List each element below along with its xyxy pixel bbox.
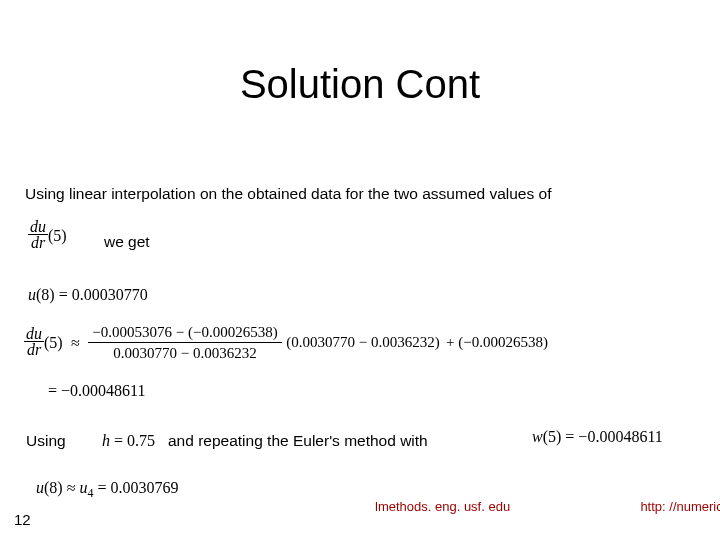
- slide: Solution Cont Using linear interpolation…: [0, 0, 720, 540]
- footer-link-mid: lmethods. eng. usf. edu: [375, 499, 510, 514]
- big-frac-lhs-num: du: [24, 327, 44, 342]
- h-equation: h = 0.75: [102, 432, 155, 450]
- big-lhs-arg: (5): [44, 334, 63, 351]
- eq-final-lhs: =: [48, 382, 61, 399]
- interp-equation: du dr (5) ≈ −0.00053076 − (−0.00026538) …: [24, 322, 548, 363]
- slide-number: 12: [14, 511, 31, 528]
- intro-line: Using linear interpolation on the obtain…: [25, 185, 551, 203]
- frac-den: dr: [28, 235, 48, 251]
- we-get-text: we get: [104, 233, 150, 251]
- w5-equation: w(5) = −0.00048611: [532, 428, 663, 446]
- frac-num: du: [28, 220, 48, 235]
- frac-arg: (5): [48, 227, 67, 244]
- big-plus: + (−0.00026538): [444, 334, 548, 350]
- slide-title: Solution Cont: [0, 62, 720, 107]
- big-frac1-den: 0.0030770 − 0.0036232: [88, 343, 281, 363]
- eq-u8: u(8) = 0.00030770: [28, 286, 148, 304]
- repeat-text: and repeating the Euler's method with: [168, 432, 428, 450]
- footer-link-right: http: //numerica: [640, 499, 720, 514]
- using-text: Using: [26, 432, 66, 450]
- big-frac1-num: −0.00053076 − (−0.00026538): [88, 322, 281, 343]
- big-mulfactor: (0.0030770 − 0.0036232): [286, 334, 439, 350]
- approx-sign: ≈: [67, 334, 84, 351]
- dudr-fraction: du dr (5): [28, 220, 67, 251]
- eq-u8-rhs: 0.00030770: [72, 286, 148, 303]
- eq-u8-lhs: u: [28, 286, 36, 303]
- u8-final-equation: u(8) ≈ u4 = 0.0030769: [36, 479, 178, 501]
- big-frac-lhs-den: dr: [24, 342, 44, 358]
- eq-result: = −0.00048611: [48, 382, 145, 400]
- eq-final-rhs: −0.00048611: [61, 382, 145, 399]
